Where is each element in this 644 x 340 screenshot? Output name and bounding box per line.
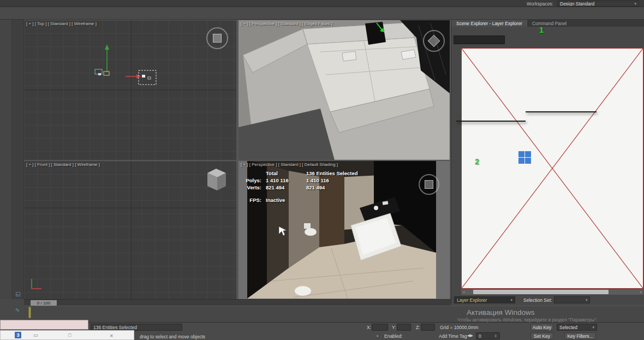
object-context-menu xyxy=(526,111,597,112)
horizontal-scrollbar[interactable]: ‹ › xyxy=(461,289,643,295)
frame-step-icon[interactable]: ◀▶ xyxy=(467,333,473,338)
selected-set-dropdown[interactable]: Selected▾ xyxy=(557,324,597,331)
viewport-statistics: Total136 Entities Selected Polys:1 410 1… xyxy=(242,170,358,204)
3dsmax-logo: 3 xyxy=(15,332,21,338)
prompt-line: drag to select and move objects xyxy=(140,334,205,339)
timeline-slider[interactable] xyxy=(28,307,31,318)
annotation-step-2: 2 xyxy=(475,157,479,166)
square-icon[interactable]: □ xyxy=(68,332,71,338)
windows-activation-watermark-sub: Чтобы активировать Windows, перейдите в … xyxy=(457,317,598,323)
chevron-down-icon: ▾ xyxy=(634,2,636,6)
viewport-top[interactable]: [ + ] [ Top ] [ Standard ] [ Wireframe ] xyxy=(24,20,236,160)
add-time-tag[interactable]: Add Time Tag xyxy=(439,333,467,339)
explorer-menubar xyxy=(451,27,644,34)
viewport-front-content xyxy=(24,161,236,299)
viewport-perspective-render[interactable]: [ + ] [ Perspective ] [ Standard ] [ Def… xyxy=(238,161,450,299)
viewport-perspective-top[interactable]: [ + ] [ Perspective ] [ Standard ] [ Edg… xyxy=(238,20,450,160)
workspaces-label: Workspaces: xyxy=(527,1,553,7)
3dsmax-window: Workspaces: Design Standard▾ ◱ [ + ] [ T… xyxy=(0,0,644,340)
chevron-down-icon: ▾ xyxy=(592,325,594,330)
viewcube[interactable] xyxy=(419,174,439,195)
viewport-label[interactable]: [ + ] [ Perspective ] [ Standard ] [ Edg… xyxy=(241,21,332,26)
tab-command-panel[interactable]: Command Panel xyxy=(527,20,571,27)
time-slider-handle[interactable]: 0 / 100 xyxy=(31,300,57,306)
empty-cross-lines xyxy=(462,49,643,288)
tab-scene-explorer[interactable]: Scene Explorer - Layer Explorer xyxy=(451,20,527,27)
viewport-top-content xyxy=(24,20,236,160)
viewport-label[interactable]: [ + ] [ Perspective ] [ Standard ] [ Def… xyxy=(241,162,338,167)
layer-list-area[interactable] xyxy=(461,48,643,289)
mini-curve-editor-icon[interactable]: ∿ xyxy=(13,307,22,314)
viewport-layout-icon[interactable]: ◱ xyxy=(13,289,23,299)
auto-key-button[interactable]: Auto Key xyxy=(530,324,553,331)
main-toolbar xyxy=(0,7,644,20)
viewcube[interactable] xyxy=(206,27,228,49)
track-bar[interactable]: 0 / 100 xyxy=(24,299,451,306)
y-coordinate-field[interactable] xyxy=(397,324,411,331)
maxscript-mini-listener-pink[interactable] xyxy=(0,320,88,330)
overlay-window-bar[interactable]: 3 ▭ □ × xyxy=(0,330,134,340)
annotation-step-1: 1 xyxy=(539,25,544,34)
scroll-left-icon[interactable]: ‹ xyxy=(461,290,467,295)
close-icon[interactable]: × xyxy=(110,332,113,339)
enabled-label: Enabled: xyxy=(384,333,403,339)
x-label: X: xyxy=(367,325,371,330)
viewport-front[interactable]: [ + ] [ Front ] [ Standard ] [ Wireframe… xyxy=(24,161,236,299)
chevron-down-icon: ▾ xyxy=(586,298,588,302)
selection-set-label: Selection Set: xyxy=(523,297,552,303)
explorer-bottom-bar: Layer Explorer▾ Selection Set: ▾ xyxy=(452,296,643,304)
left-icon-strip xyxy=(0,20,12,299)
chevron-down-icon: ▾ xyxy=(510,298,512,302)
set-key-button[interactable]: Set Key xyxy=(530,332,553,339)
windows-activation-watermark: Активация Windows xyxy=(467,308,534,317)
viewport-area: [ + ] [ Top ] [ Standard ] [ Wireframe ]… xyxy=(24,20,451,299)
explorer-mode-dropdown[interactable]: Layer Explorer▾ xyxy=(454,296,515,303)
current-frame-spinner[interactable]: 0⇕ xyxy=(476,332,500,339)
x-coordinate-field[interactable] xyxy=(372,324,388,331)
viewport-label[interactable]: [ + ] [ Top ] [ Standard ] [ Wireframe ] xyxy=(26,21,97,26)
scrollbar-thumb[interactable] xyxy=(473,290,609,294)
z-label: Z: xyxy=(416,325,420,330)
time-tag-clock-icon[interactable]: ◔ xyxy=(375,333,378,339)
restore-icon[interactable]: ▭ xyxy=(33,332,38,338)
selection-set-dropdown[interactable]: ▾ xyxy=(554,296,590,303)
menubar: Workspaces: Design Standard▾ xyxy=(0,0,644,7)
room-model-top xyxy=(238,20,450,160)
scene-explorer-panel: Scene Explorer - Layer Explorer Command … xyxy=(451,20,644,303)
panel-tabs: Scene Explorer - Layer Explorer Command … xyxy=(451,20,644,27)
workspaces-dropdown[interactable]: Design Standard▾ xyxy=(557,1,639,7)
viewcube[interactable] xyxy=(423,30,445,52)
color-swatches xyxy=(518,151,531,164)
annotation-arrow xyxy=(375,22,387,34)
z-coordinate-field[interactable] xyxy=(421,324,435,331)
y-label: Y: xyxy=(392,325,396,330)
layer-context-menu xyxy=(456,121,526,122)
search-input[interactable] xyxy=(454,35,505,44)
left-strip-secondary: ◱ xyxy=(12,20,24,299)
viewport-label[interactable]: [ + ] [ Front ] [ Standard ] [ Wireframe… xyxy=(26,162,100,167)
scroll-right-icon[interactable]: › xyxy=(638,290,643,295)
key-filters-button[interactable]: Key Filters... xyxy=(564,332,596,339)
grid-size-readout: Grid = 10000,0mm xyxy=(440,325,479,330)
